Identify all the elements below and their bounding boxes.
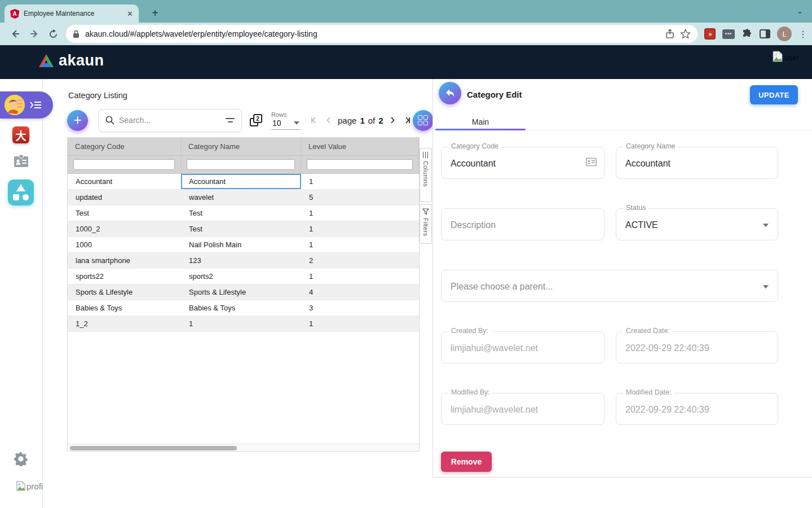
table-cell[interactable]: 1000 bbox=[68, 237, 181, 252]
parent-select[interactable]: Please choose a parent... bbox=[441, 270, 778, 302]
last-page-icon[interactable] bbox=[401, 114, 413, 126]
tab-search-chevron-icon[interactable]: ⌄ bbox=[797, 7, 803, 15]
share-icon[interactable] bbox=[665, 29, 674, 39]
back-button[interactable] bbox=[439, 82, 461, 104]
sidebar-item-employee-badge-icon[interactable] bbox=[14, 154, 29, 170]
forward-icon[interactable] bbox=[25, 24, 44, 43]
browser-menu-icon[interactable]: ⋮ bbox=[798, 29, 806, 40]
table-cell[interactable]: 1 bbox=[301, 174, 419, 189]
search-box[interactable] bbox=[98, 109, 242, 132]
description-field[interactable]: Description bbox=[441, 208, 604, 240]
scrollbar-thumb[interactable] bbox=[70, 446, 237, 450]
table-cell[interactable]: Babies & Toys bbox=[181, 300, 301, 316]
table-cell[interactable]: Test bbox=[181, 205, 301, 221]
table-cell[interactable]: 1 bbox=[301, 205, 419, 221]
filter-list-icon[interactable] bbox=[226, 118, 235, 122]
table-cell[interactable]: 123 bbox=[181, 253, 301, 268]
created-by-value: limjiahui@wavelet.net bbox=[451, 343, 538, 353]
grid-view-button[interactable] bbox=[413, 110, 434, 131]
remove-button[interactable]: Remove bbox=[441, 452, 492, 472]
tab-main[interactable]: Main bbox=[435, 113, 526, 130]
filters-side-tab[interactable]: Filters bbox=[420, 204, 432, 244]
sidebar-profile-pill[interactable] bbox=[0, 91, 53, 119]
column-header-level-value[interactable]: Level Value bbox=[301, 138, 419, 155]
next-page-icon[interactable] bbox=[387, 114, 398, 126]
table-row[interactable]: sports22sports21 bbox=[68, 269, 419, 284]
url-bar[interactable]: akaun.cloud/#/applets/wavelet/erp/entity… bbox=[66, 25, 698, 43]
table-cell[interactable]: 1_2 bbox=[68, 316, 181, 331]
table-row[interactable]: 1000Nail Polish Main1 bbox=[68, 237, 419, 253]
browser-tab[interactable]: A Employee Maintenance ✕ bbox=[5, 5, 139, 23]
table-cell[interactable]: 1 bbox=[301, 269, 419, 284]
search-input[interactable] bbox=[119, 116, 221, 125]
reload-icon[interactable] bbox=[43, 24, 63, 43]
sidebar-item-dictionary-app[interactable]: 大 bbox=[12, 126, 29, 143]
back-icon[interactable] bbox=[6, 24, 25, 43]
tab-close-icon[interactable]: ✕ bbox=[127, 10, 133, 18]
extension-adblock-icon[interactable]: » bbox=[704, 28, 716, 40]
bookmark-star-icon[interactable] bbox=[680, 29, 691, 39]
table-cell[interactable]: 1 bbox=[301, 237, 419, 252]
table-cell[interactable]: Accountant bbox=[181, 174, 301, 189]
table-row[interactable]: 1_211 bbox=[68, 316, 419, 332]
table-cell[interactable]: 3 bbox=[301, 300, 419, 316]
table-cell[interactable]: 1 bbox=[181, 316, 301, 331]
table-cell[interactable]: sports22 bbox=[68, 269, 181, 284]
browser-profile-avatar[interactable]: L bbox=[777, 27, 792, 41]
sidebar-toggle-icon[interactable] bbox=[760, 29, 770, 38]
table-cell[interactable]: lana smartphone bbox=[68, 253, 181, 268]
category-name-field[interactable]: Category Name Accountant bbox=[616, 147, 778, 179]
broken-image-icon bbox=[16, 481, 26, 491]
table-cell[interactable]: 4 bbox=[301, 284, 419, 300]
column-header-category-code[interactable]: Category Code bbox=[68, 138, 181, 155]
table-cell[interactable]: 2 bbox=[301, 253, 419, 268]
first-page-icon[interactable] bbox=[308, 114, 320, 126]
status-select[interactable]: Status ACTIVE bbox=[616, 208, 778, 240]
table-cell[interactable]: wavelet bbox=[181, 190, 301, 205]
table-row[interactable]: lana smartphone1232 bbox=[68, 253, 419, 269]
category-name-label: Category Name bbox=[623, 142, 678, 150]
table-cell[interactable]: Babies & Toys bbox=[68, 300, 181, 316]
table-row[interactable]: 1000_2Test1 bbox=[68, 221, 419, 237]
collapse-menu-icon[interactable] bbox=[29, 100, 42, 110]
table-row[interactable]: Sports & LifestyleSports & Lifestyle4 bbox=[68, 284, 419, 300]
table-cell[interactable]: sports2 bbox=[181, 269, 301, 284]
horizontal-scrollbar[interactable] bbox=[68, 444, 419, 451]
table-cell[interactable]: Sports & Lifestyle bbox=[68, 284, 181, 300]
add-category-button[interactable]: + bbox=[67, 110, 88, 131]
table-cell[interactable]: Test bbox=[68, 205, 181, 221]
table-cell[interactable]: 5 bbox=[301, 190, 419, 205]
filter-input-level-value[interactable] bbox=[307, 159, 413, 170]
columns-side-tab[interactable]: Columns bbox=[420, 148, 432, 202]
table-row[interactable]: TestTest1 bbox=[68, 205, 419, 221]
prev-page-icon[interactable] bbox=[323, 114, 334, 126]
category-code-label: Category Code bbox=[448, 142, 501, 150]
filter-input-category-name[interactable] bbox=[187, 159, 295, 170]
table-cell[interactable]: 1 bbox=[301, 316, 419, 331]
settings-gear-icon[interactable] bbox=[14, 452, 28, 468]
table-cell[interactable]: Sports & Lifestyle bbox=[181, 284, 301, 300]
update-button[interactable]: UPDATE bbox=[750, 85, 798, 104]
table-row[interactable]: Babies & ToysBabies & Toys3 bbox=[68, 300, 419, 316]
table-row[interactable]: updatedwavelet5 bbox=[68, 190, 419, 205]
column-header-category-name[interactable]: Category Name bbox=[181, 138, 301, 155]
table-cell[interactable]: Test bbox=[181, 221, 301, 237]
extension-captions-icon[interactable]: ••• bbox=[722, 29, 735, 39]
category-code-field[interactable]: Category Code Accountant bbox=[441, 147, 604, 179]
table-cell[interactable]: Nail Polish Main bbox=[181, 237, 301, 252]
filter-input-category-code[interactable] bbox=[73, 159, 175, 170]
table-cell[interactable]: updated bbox=[68, 190, 181, 205]
new-tab-button[interactable]: + bbox=[148, 6, 162, 20]
sidebar-item-category-active[interactable] bbox=[8, 179, 34, 205]
columns-label: Columns bbox=[422, 161, 429, 187]
table-cell[interactable]: Accountant bbox=[68, 174, 181, 189]
user-avatar-broken-image[interactable]: user bbox=[772, 51, 800, 62]
table-cell[interactable]: 1 bbox=[301, 221, 419, 237]
table-row[interactable]: AccountantAccountant1 bbox=[68, 174, 419, 190]
rows-per-page-select[interactable]: Rows 10 bbox=[271, 111, 301, 130]
contact-card-icon[interactable] bbox=[586, 157, 597, 168]
profile-broken-image[interactable]: profi bbox=[16, 481, 43, 491]
pages-icon[interactable]: 2 bbox=[250, 114, 262, 126]
table-cell[interactable]: 1000_2 bbox=[68, 221, 181, 237]
extensions-puzzle-icon[interactable] bbox=[742, 28, 753, 40]
